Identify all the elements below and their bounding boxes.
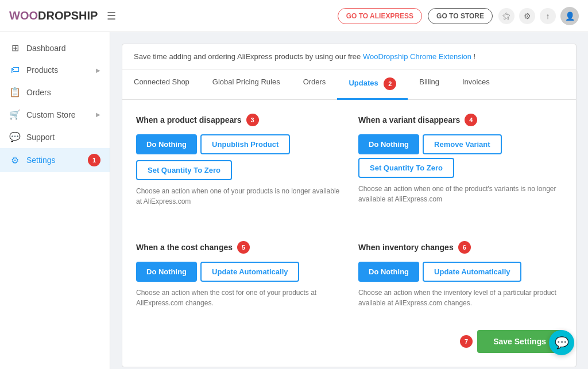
logo-woo: WOO — [9, 9, 38, 22]
logo: WOODROPSHIP ☰ — [9, 9, 116, 22]
support-icon: 💬 — [9, 131, 21, 142]
sidebar-label-settings: Settings — [26, 156, 82, 165]
dashboard-icon: ⊞ — [9, 42, 21, 53]
sidebar-item-orders[interactable]: 📋 Orders — [0, 81, 110, 103]
banner: Save time adding and ordering AliExpress… — [122, 44, 576, 69]
sidebar-item-dashboard[interactable]: ⊞ Dashboard — [0, 37, 110, 59]
product-disappears-section: When a product disappears 3 Do Nothing U… — [136, 114, 340, 207]
sidebar: ⊞ Dashboard 🏷 Products ▶ 📋 Orders 🛒 Cust… — [0, 32, 110, 369]
variant-disappears-do-nothing-button[interactable]: Do Nothing — [358, 134, 419, 154]
help-icon[interactable]: ↑ — [540, 8, 556, 24]
custom-store-arrow-icon: ▶ — [96, 111, 100, 118]
variant-disappears-title: When a variant disappears — [358, 115, 460, 125]
variant-disappears-step: 4 — [465, 114, 477, 126]
variant-disappears-desc: Choose an action when one of the product… — [358, 184, 562, 204]
sidebar-label-custom-store: Custom Store — [26, 110, 90, 119]
logo-drop: DROPSHIP — [38, 9, 98, 22]
variant-disappears-remove-button[interactable]: Remove Variant — [423, 134, 502, 154]
orders-icon: 📋 — [9, 87, 21, 98]
inventory-changes-update-button[interactable]: Update Automatically — [423, 262, 521, 282]
tab-billing[interactable]: Billing — [408, 69, 451, 100]
cost-changes-buttons: Do Nothing Update Automatically — [136, 262, 340, 282]
go-to-aliexpress-button[interactable]: GO TO ALIEXPRESS — [338, 8, 422, 24]
sidebar-label-products: Products — [26, 65, 90, 75]
sidebar-label-orders: Orders — [26, 88, 100, 97]
inventory-changes-buttons: Do Nothing Update Automatically — [358, 262, 562, 282]
cost-changes-header: When a the cost changes 5 — [136, 241, 340, 254]
main-content: Save time adding and ordering AliExpress… — [110, 32, 588, 369]
go-to-store-button[interactable]: GO TO STORE — [428, 8, 493, 24]
variant-disappears-set-qty-button[interactable]: Set Quantity To Zero — [358, 158, 454, 178]
custom-store-icon: 🛒 — [9, 109, 21, 120]
product-disappears-header: When a product disappears 3 — [136, 114, 340, 126]
product-disappears-step: 3 — [246, 114, 259, 126]
cost-changes-section: When a the cost changes 5 Do Nothing Upd… — [136, 241, 340, 308]
header-icons: ⚝ ⚙ ↑ 👤 — [498, 7, 579, 25]
product-disappears-buttons: Do Nothing Unpublish Product — [136, 134, 340, 154]
product-disappears-set-qty-button[interactable]: Set Quantity To Zero — [136, 160, 232, 180]
layout: ⊞ Dashboard 🏷 Products ▶ 📋 Orders 🛒 Cust… — [0, 32, 588, 369]
settings-step-badge: 1 — [88, 154, 100, 166]
notification-icon[interactable]: ⚝ — [498, 8, 514, 24]
sidebar-item-settings[interactable]: ⚙ Settings 1 — [0, 148, 110, 172]
variant-disappears-buttons: Do Nothing Remove Variant Set Quantity T… — [358, 134, 562, 178]
inventory-changes-do-nothing-button[interactable]: Do Nothing — [358, 262, 419, 282]
product-disappears-desc: Choose an action when one of your produc… — [136, 186, 340, 207]
tab-orders[interactable]: Orders — [292, 69, 338, 100]
product-disappears-title: When a product disappears — [136, 115, 242, 125]
logo-text: WOODROPSHIP — [9, 9, 98, 22]
content-card: Save time adding and ordering AliExpress… — [122, 44, 577, 367]
settings-grid: When a product disappears 3 Do Nothing U… — [136, 114, 562, 324]
inventory-changes-title: When inventory changes — [358, 243, 454, 252]
save-row: 7 Save Settings — [136, 324, 562, 353]
avatar[interactable]: 👤 — [560, 7, 579, 25]
products-arrow-icon: ▶ — [96, 67, 100, 73]
sidebar-item-support[interactable]: 💬 Support — [0, 126, 110, 148]
variant-disappears-header: When a variant disappears 4 — [358, 114, 562, 126]
tabs: Connected Shop Global Pricing Rules Orde… — [122, 69, 576, 100]
app-header: WOODROPSHIP ☰ GO TO ALIEXPRESS GO TO STO… — [0, 0, 588, 32]
tab-global-pricing-rules[interactable]: Global Pricing Rules — [201, 69, 292, 100]
cost-changes-title: When a the cost changes — [136, 243, 233, 252]
inventory-changes-step: 6 — [458, 241, 471, 254]
sidebar-item-products[interactable]: 🏷 Products ▶ — [0, 59, 110, 81]
tab-invoices[interactable]: Invoices — [451, 69, 501, 100]
sidebar-item-custom-store[interactable]: 🛒 Custom Store ▶ — [0, 103, 110, 126]
sidebar-label-dashboard: Dashboard — [26, 44, 100, 53]
cost-changes-do-nothing-button[interactable]: Do Nothing — [136, 262, 197, 282]
banner-exclamation: ! — [474, 52, 476, 61]
product-disappears-unpublish-button[interactable]: Unpublish Product — [200, 134, 290, 154]
settings-sidebar-icon: ⚙ — [9, 155, 21, 166]
cost-changes-desc: Choose an action when the cost for one o… — [136, 288, 340, 308]
sidebar-label-support: Support — [26, 133, 100, 142]
menu-icon[interactable]: ☰ — [107, 10, 116, 22]
chrome-extension-link[interactable]: WooDropship Chrome Extension — [363, 52, 471, 61]
header-actions: GO TO ALIEXPRESS GO TO STORE ⚝ ⚙ ↑ 👤 — [338, 7, 579, 25]
tab-updates[interactable]: Updates 2 — [337, 69, 408, 100]
product-disappears-do-nothing-button[interactable]: Do Nothing — [136, 134, 197, 154]
product-disappears-buttons-row2: Set Quantity To Zero — [136, 160, 340, 180]
inventory-changes-desc: Choose an action when the inventory leve… — [358, 288, 562, 308]
inventory-changes-section: When inventory changes 6 Do Nothing Upda… — [358, 241, 562, 308]
cost-changes-step: 5 — [237, 241, 250, 254]
updates-step-badge: 2 — [384, 77, 396, 90]
tab-connected-shop[interactable]: Connected Shop — [122, 69, 201, 100]
cost-changes-update-button[interactable]: Update Automatically — [200, 262, 299, 282]
chat-fab-button[interactable]: 💬 — [549, 330, 574, 355]
banner-text: Save time adding and ordering AliExpress… — [134, 52, 363, 61]
inventory-changes-header: When inventory changes 6 — [358, 241, 562, 254]
settings-icon[interactable]: ⚙ — [519, 8, 535, 24]
save-step: 7 Save Settings — [460, 330, 562, 353]
updates-tab-content: When a product disappears 3 Do Nothing U… — [122, 100, 576, 367]
save-step-badge: 7 — [460, 335, 473, 348]
products-icon: 🏷 — [9, 65, 21, 75]
variant-disappears-section: When a variant disappears 4 Do Nothing R… — [358, 114, 562, 207]
